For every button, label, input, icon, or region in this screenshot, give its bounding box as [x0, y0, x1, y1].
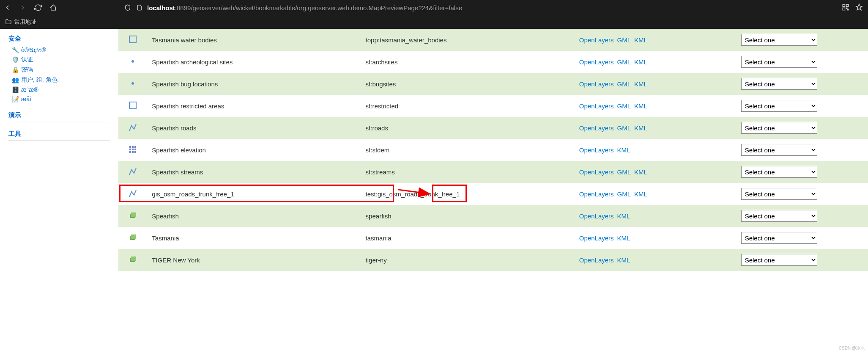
- table-row: Spearfish spearfish OpenLayersKML Select…: [118, 205, 868, 227]
- kml-link[interactable]: KML: [617, 256, 630, 264]
- sidebar-item-3[interactable]: 👥用户, 组, 角色: [8, 75, 110, 85]
- type-icon-cell: [118, 249, 147, 271]
- note-icon: 📝: [12, 96, 19, 102]
- file-url-icon: [135, 3, 144, 12]
- shield-url-icon[interactable]: [123, 3, 132, 12]
- reload-icon[interactable]: [34, 3, 42, 12]
- svg-rect-1: [846, 4, 849, 6]
- layer-name: sf:restricted: [361, 95, 574, 117]
- sidebar-item-4[interactable]: 🗄️æ°æ®: [8, 85, 110, 94]
- sidebar-item-2[interactable]: 🔒密码: [8, 65, 110, 75]
- svg-rect-2: [843, 8, 845, 10]
- layer-name: sf:sfdem: [361, 139, 574, 161]
- svg-rect-19: [131, 212, 136, 217]
- back-icon[interactable]: [3, 3, 12, 12]
- format-select[interactable]: Select one: [741, 56, 817, 68]
- openlayers-link[interactable]: OpenLayers: [579, 58, 614, 66]
- openlayers-link[interactable]: OpenLayers: [579, 36, 614, 44]
- kml-link[interactable]: KML: [634, 168, 647, 176]
- gml-link[interactable]: GML: [617, 36, 631, 44]
- layer-name: tiger-ny: [361, 249, 574, 271]
- type-icon-cell: [118, 227, 147, 249]
- url-text[interactable]: localhost:8899/geoserver/web/wicket/book…: [147, 4, 462, 11]
- forward-icon: [19, 3, 27, 12]
- formats-cell: OpenLayersGMLKML: [574, 161, 736, 183]
- gml-link[interactable]: GML: [617, 80, 631, 88]
- sidebar-item-1[interactable]: 🛡️认证: [8, 55, 110, 65]
- format-select[interactable]: Select one: [741, 188, 817, 200]
- layer-name: tasmania: [361, 227, 574, 249]
- kml-link[interactable]: KML: [634, 80, 647, 88]
- gml-link[interactable]: GML: [617, 58, 631, 66]
- star-icon[interactable]: [855, 3, 863, 12]
- table-row: Spearfish archeological sites sf:archsit…: [118, 51, 868, 73]
- format-select[interactable]: Select one: [741, 166, 817, 178]
- sidebar-item-0[interactable]: 🔧è®¾ç½®: [8, 45, 110, 55]
- svg-rect-17: [134, 151, 136, 153]
- svg-rect-9: [129, 146, 131, 148]
- kml-link[interactable]: KML: [634, 58, 647, 66]
- openlayers-link[interactable]: OpenLayers: [579, 234, 614, 242]
- gml-link[interactable]: GML: [617, 168, 631, 176]
- kml-link[interactable]: KML: [617, 146, 630, 154]
- layer-title: Spearfish elevation: [147, 139, 360, 161]
- svg-point-6: [131, 60, 134, 63]
- table-row: Tasmania water bodies topp:tasmania_wate…: [118, 29, 868, 51]
- layer-name: sf:archsites: [361, 51, 574, 73]
- sidebar-item-label: æåi: [21, 96, 31, 102]
- format-select[interactable]: Select one: [741, 232, 817, 244]
- layer-name: sf:roads: [361, 117, 574, 139]
- sidebar: 安全 🔧è®¾ç½®🛡️认证🔒密码👥用户, 组, 角色🗄️æ°æ®📝æåi 演示…: [0, 29, 118, 271]
- gml-link[interactable]: GML: [617, 124, 631, 132]
- openlayers-link[interactable]: OpenLayers: [579, 80, 614, 88]
- svg-rect-11: [134, 146, 136, 148]
- svg-rect-5: [129, 36, 136, 43]
- format-select[interactable]: Select one: [741, 122, 817, 134]
- svg-rect-15: [129, 151, 131, 153]
- format-select[interactable]: Select one: [741, 210, 817, 222]
- format-select[interactable]: Select one: [741, 100, 817, 112]
- svg-rect-4: [848, 9, 849, 10]
- openlayers-link[interactable]: OpenLayers: [579, 190, 614, 198]
- format-select[interactable]: Select one: [741, 144, 817, 156]
- sidebar-item-label: è®¾ç½®: [21, 47, 46, 53]
- type-icon-cell: [118, 183, 147, 205]
- kml-link[interactable]: KML: [634, 190, 647, 198]
- formats-cell: OpenLayersGMLKML: [574, 29, 736, 51]
- wrench-icon: 🔧: [12, 47, 19, 53]
- table-row: Spearfish elevation sf:sfdem OpenLayersK…: [118, 139, 868, 161]
- format-select[interactable]: Select one: [741, 34, 817, 46]
- lock-icon: 🔒: [12, 66, 19, 73]
- openlayers-link[interactable]: OpenLayers: [579, 146, 614, 154]
- type-icon-cell: [118, 205, 147, 227]
- openlayers-link[interactable]: OpenLayers: [579, 256, 614, 264]
- sidebar-item-5[interactable]: 📝æåi: [8, 94, 110, 104]
- gml-link[interactable]: GML: [617, 102, 631, 110]
- formats-cell: OpenLayersGMLKML: [574, 51, 736, 73]
- sidebar-security-header[interactable]: 安全: [8, 32, 110, 45]
- qr-icon[interactable]: [842, 3, 849, 12]
- sidebar-tools-header[interactable]: 工具: [8, 127, 110, 141]
- sidebar-item-label: 密码: [21, 66, 33, 74]
- kml-link[interactable]: KML: [617, 234, 630, 242]
- kml-link[interactable]: KML: [634, 36, 647, 44]
- sidebar-item-label: 用户, 组, 角色: [21, 76, 58, 84]
- openlayers-link[interactable]: OpenLayers: [579, 124, 614, 132]
- bookmark-common[interactable]: 常用地址: [14, 18, 36, 26]
- kml-link[interactable]: KML: [634, 124, 647, 132]
- layer-title: Spearfish: [147, 205, 360, 227]
- kml-link[interactable]: KML: [634, 102, 647, 110]
- home-icon[interactable]: [49, 3, 58, 12]
- format-select[interactable]: Select one: [741, 254, 817, 266]
- openlayers-link[interactable]: OpenLayers: [579, 212, 614, 220]
- layer-title: Spearfish bug locations: [147, 73, 360, 95]
- gml-link[interactable]: GML: [617, 190, 631, 198]
- layer-title: Spearfish roads: [147, 117, 360, 139]
- kml-link[interactable]: KML: [617, 212, 630, 220]
- layer-name: spearfish: [361, 205, 574, 227]
- sidebar-demo-header[interactable]: 演示: [8, 109, 110, 122]
- openlayers-link[interactable]: OpenLayers: [579, 102, 614, 110]
- format-select[interactable]: Select one: [741, 78, 817, 90]
- openlayers-link[interactable]: OpenLayers: [579, 168, 614, 176]
- layer-title: Tasmania water bodies: [147, 29, 360, 51]
